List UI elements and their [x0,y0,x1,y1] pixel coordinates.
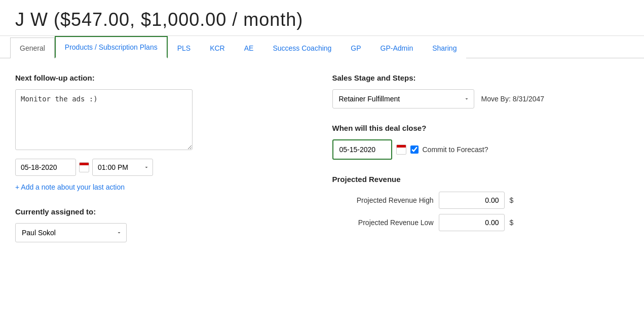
tab-general[interactable]: General [10,38,55,58]
proj-revenue-low-input[interactable] [439,214,505,231]
tab-products[interactable]: Products / Subscription Plans [55,36,168,58]
left-column: Next follow-up action: Monitor the ads :… [15,74,312,242]
date-time-row: 01:00 PM 02:00 PM 03:00 PM [15,159,312,176]
sales-stage-label: Sales Stage and Steps: [332,74,629,82]
content-area: Next follow-up action: Monitor the ads :… [0,58,644,258]
deal-close-label: When will this deal close? [332,124,629,132]
proj-revenue-low-row: Projected Revenue Low $ [332,214,629,231]
move-by-text: Move By: 8/31/2047 [481,95,545,103]
right-column: Sales Stage and Steps: Retainer Fulfillm… [332,74,629,242]
proj-revenue-high-input[interactable] [439,192,505,209]
stage-row: Retainer Fulfillment Move By: 8/31/2047 [332,89,629,108]
commit-checkbox[interactable] [410,145,419,154]
tab-ae[interactable]: AE [235,38,263,58]
time-select[interactable]: 01:00 PM 02:00 PM 03:00 PM [92,159,153,176]
currency-high: $ [510,196,514,204]
tab-gp[interactable]: GP [341,38,370,58]
currency-low: $ [510,218,514,227]
stage-select[interactable]: Retainer Fulfillment [332,89,474,108]
next-action-textarea[interactable]: Monitor the ads :) [15,89,193,150]
tab-kcr[interactable]: KCR [200,38,235,58]
next-action-label: Next follow-up action: [15,74,312,82]
deal-date-wrapper [332,139,392,160]
tabs-bar: General Products / Subscription Plans PL… [0,36,644,58]
deal-close-date-input[interactable] [334,141,390,158]
tab-pls[interactable]: PLS [168,38,200,58]
tab-sharing[interactable]: Sharing [423,38,466,58]
next-action-date-input[interactable] [15,159,76,176]
assigned-label: Currently assigned to: [15,207,312,216]
tab-success-coaching[interactable]: Success Coaching [263,38,341,58]
calendar-icon-left[interactable] [79,162,89,172]
proj-revenue-high-label: Projected Revenue High [332,196,434,204]
commit-label: Commit to Forecast? [423,145,488,154]
page-title: J W ($547.00, $1,000.00 / month) [15,9,629,30]
calendar-icon-right[interactable] [396,144,406,155]
tab-gp-admin[interactable]: GP-Admin [371,38,423,58]
proj-revenue-label: Projected Revenue [332,175,629,184]
deal-close-row: Commit to Forecast? [332,139,629,160]
proj-revenue-low-label: Projected Revenue Low [332,218,434,227]
assigned-select[interactable]: Paul Sokol [15,223,127,242]
page-header: J W ($547.00, $1,000.00 / month) [0,0,644,36]
add-note-link[interactable]: + Add a note about your last action [15,183,125,191]
proj-revenue-high-row: Projected Revenue High $ [332,192,629,209]
